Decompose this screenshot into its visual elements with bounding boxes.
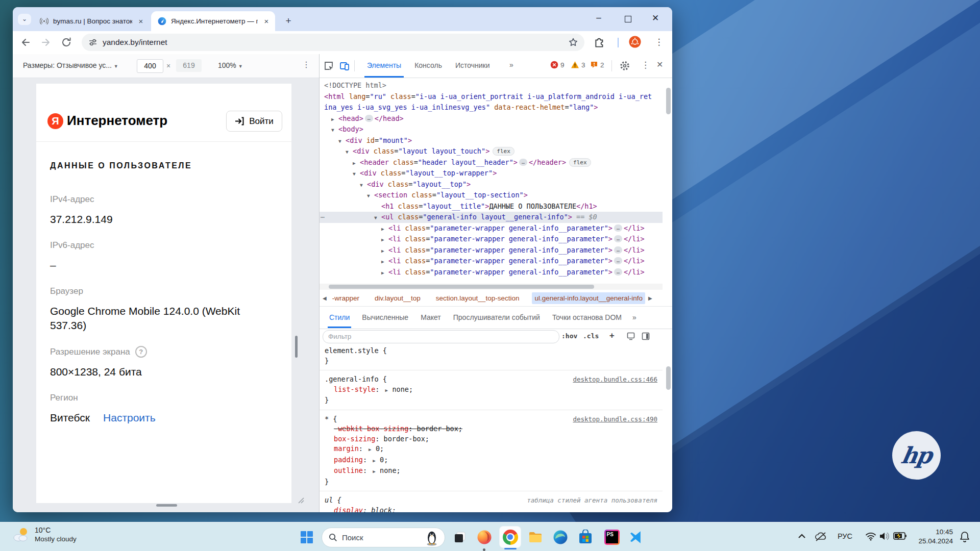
yandex-logo[interactable]: Я: [47, 113, 63, 129]
rule-header[interactable]: таблица стилей агента пользователяul {: [325, 495, 657, 506]
expand-value-icon[interactable]: ▶: [373, 469, 378, 474]
stylesheet-link[interactable]: desktop.bundle.css:466: [573, 374, 657, 385]
taskbar-file-explorer[interactable]: [525, 527, 546, 547]
rendering-emulation-icon[interactable]: [627, 332, 635, 340]
forward-icon[interactable]: [40, 36, 52, 48]
devtools-tab[interactable]: Консоль: [408, 54, 449, 78]
rule-header[interactable]: element.style {: [325, 346, 657, 356]
taskbar-vscode[interactable]: [624, 527, 645, 547]
wifi-icon[interactable]: [865, 532, 876, 541]
expand-arrow-icon[interactable]: ▼: [331, 124, 338, 136]
dom-tree-row[interactable]: ▼<div class="layout__top">: [320, 179, 663, 190]
expand-value-icon[interactable]: ▶: [385, 388, 391, 393]
expand-arrow-icon[interactable]: ▼: [346, 146, 353, 158]
page-vertical-scrollbar[interactable]: [295, 336, 298, 358]
region-configure-link[interactable]: Настроить: [103, 412, 156, 423]
window-maximize-button[interactable]: [621, 12, 634, 26]
device-toolbar-toggle-icon[interactable]: [339, 61, 350, 71]
expand-value-icon[interactable]: ▶: [369, 447, 374, 452]
console-errors-badge[interactable]: 9: [550, 61, 565, 69]
tab-internetometer-active[interactable]: Яндекс.Интернетометр — про ×: [151, 11, 275, 31]
css-property[interactable]: box-sizing: border-box;: [325, 434, 657, 444]
styles-tab[interactable]: Стили: [327, 307, 352, 328]
stylesheet-link[interactable]: desktop.bundle.css:490: [573, 414, 657, 424]
dom-tree-row[interactable]: ▶<li class="parameter-wrapper general-in…: [320, 256, 663, 267]
weather-widget[interactable]: 10°C Mostly cloudy: [11, 525, 77, 543]
styles-tab[interactable]: Макет: [418, 307, 444, 328]
devtools-menu-kebab-icon[interactable]: ⋮: [641, 60, 650, 70]
viewport-resize-grip[interactable]: [297, 496, 305, 504]
reload-icon[interactable]: [60, 36, 72, 48]
dom-tree-row[interactable]: ▶<li class="parameter-wrapper general-in…: [320, 245, 663, 256]
css-property[interactable]: padding: ▶ 0;: [325, 455, 657, 466]
dom-tree-row[interactable]: ▶<header class="header layout__header">……: [320, 157, 663, 168]
rule-selector[interactable]: element.style: [325, 346, 379, 355]
back-icon[interactable]: [19, 36, 32, 48]
onedrive-paused-icon[interactable]: [814, 531, 827, 542]
dom-tree-row[interactable]: ▶<li class="parameter-wrapper general-in…: [320, 234, 663, 245]
dom-tree-row[interactable]: <h1 class="layout__title">ДАННЫЕ О ПОЛЬЗ…: [320, 201, 663, 212]
window-close-button[interactable]: ✕: [649, 12, 662, 26]
rule-selector[interactable]: *: [325, 415, 329, 423]
taskbar-firefox[interactable]: [474, 527, 495, 547]
dom-tree-row[interactable]: ▶<head>…</head>: [320, 113, 663, 124]
device-toolbar-kebab-icon[interactable]: ⋮: [302, 60, 310, 69]
url-text[interactable]: yandex.by/internet: [103, 38, 568, 47]
rule-selector[interactable]: .general-info: [325, 375, 379, 383]
settings-gear-icon[interactable]: [620, 61, 630, 71]
device-dimensions-select[interactable]: Размеры: Отзывчивое ус... ▼: [23, 61, 118, 69]
scrollbar-thumb[interactable]: [329, 285, 594, 289]
dom-vertical-scrollbar[interactable]: [666, 88, 671, 114]
taskbar-chrome-active[interactable]: [500, 527, 521, 547]
styles-filter-input[interactable]: Фильтр: [323, 330, 559, 343]
devtools-tab[interactable]: Элементы: [360, 54, 408, 78]
dock-side-icon[interactable]: [642, 332, 650, 340]
volume-icon[interactable]: [879, 531, 890, 541]
css-property[interactable]: outline: ▶ none;: [325, 466, 657, 477]
dom-tree-row[interactable]: ▼<body>: [320, 124, 663, 135]
taskbar-microsoft-store[interactable]: [575, 527, 596, 547]
expand-arrow-icon[interactable]: ▶: [353, 158, 360, 169]
styles-tab[interactable]: Вычисленные: [359, 307, 411, 328]
tab-close-icon[interactable]: ×: [136, 17, 145, 26]
taskbar-edge[interactable]: [550, 527, 571, 547]
devtools-close-icon[interactable]: ✕: [656, 60, 663, 69]
styles-more-tabs-icon[interactable]: »: [632, 313, 636, 321]
breadcrumb-item[interactable]: ul.general-info.layout__general-info: [532, 292, 645, 304]
rule-selector[interactable]: ul: [325, 496, 333, 504]
flex-badge[interactable]: flex: [569, 158, 591, 167]
css-property[interactable]: display: block;: [325, 506, 657, 513]
breadcrumb-item[interactable]: div.layout__top: [372, 292, 423, 304]
class-toggle[interactable]: .cls: [583, 332, 599, 340]
styles-tab[interactable]: Точки останова DOM: [550, 307, 624, 328]
start-button[interactable]: [296, 527, 317, 547]
css-property[interactable]: -webkit-box-sizing: border-box;: [325, 424, 657, 434]
keyboard-language[interactable]: РУС: [838, 532, 852, 540]
dom-tree-row[interactable]: <!DOCTYPE html>: [320, 80, 663, 91]
css-property[interactable]: list-style: ▶ none;: [325, 385, 657, 396]
expand-arrow-icon[interactable]: ▶: [331, 114, 338, 125]
dom-tree-row[interactable]: <html lang="ru" class="i-ua i-ua_orient_…: [320, 91, 663, 103]
task-view-button[interactable]: [449, 527, 470, 547]
site-settings-icon[interactable]: [88, 38, 97, 47]
extensions-icon[interactable]: [594, 37, 606, 49]
battery-charging-icon[interactable]: [893, 532, 906, 540]
rule-header[interactable]: desktop.bundle.css:466.general-info {: [325, 374, 657, 385]
issues-badge[interactable]: 2: [590, 61, 604, 69]
new-tab-button[interactable]: +: [282, 15, 295, 27]
expand-arrow-icon[interactable]: ▶: [381, 256, 388, 267]
rule-header[interactable]: desktop.bundle.css:490* {: [325, 414, 657, 424]
tab-close-icon[interactable]: ×: [262, 17, 271, 26]
dom-tree-row[interactable]: ⋯▼<ul class="general-info layout__genera…: [320, 212, 663, 223]
devtools-more-tabs-icon[interactable]: »: [509, 61, 513, 69]
expand-arrow-icon[interactable]: ▼: [374, 212, 381, 223]
viewport-width-input[interactable]: 400: [137, 59, 163, 73]
hover-state-toggle[interactable]: :hov: [561, 332, 577, 340]
dom-tree-row[interactable]: ▶<li class="parameter-wrapper general-in…: [320, 267, 663, 278]
expand-arrow-icon[interactable]: ▶: [381, 223, 388, 235]
dom-horizontal-scrollbar[interactable]: [320, 284, 663, 290]
page-horizontal-scrollbar[interactable]: [156, 504, 177, 507]
dom-tree-row[interactable]: ▶<li class="parameter-wrapper general-in…: [320, 223, 663, 234]
viewport-height-input[interactable]: 619: [176, 59, 202, 72]
dom-tree-row[interactable]: ina_yes i-ua_svg_yes i-ua_inlinesvg_yes"…: [320, 102, 663, 113]
